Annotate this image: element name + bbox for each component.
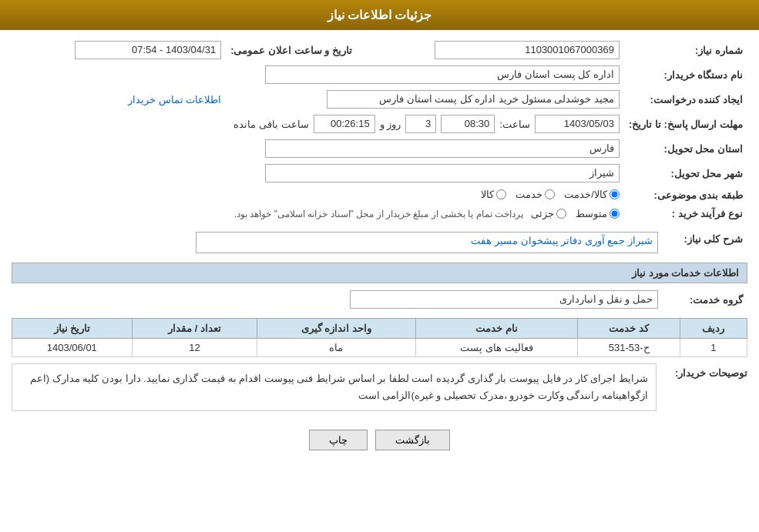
city-label: شهر محل تحویل:: [624, 161, 747, 186]
need-number-value: 1103001067000369: [435, 41, 620, 59]
service-group-table: گروه خدمت: حمل و نقل و انبارداری: [12, 287, 747, 312]
creator-cell: مجید خوشدلی مسئول خرید اداره کل پست استا…: [226, 87, 624, 112]
services-data-table: ردیف کد خدمت نام خدمت واحد اندازه گیری ت…: [12, 318, 747, 357]
category-kala-khadamat[interactable]: کالا/خدمت: [564, 189, 620, 200]
cell-service-code: ح-53-531: [578, 339, 680, 357]
cell-need-date: 1403/06/01: [12, 339, 133, 357]
contact-link-cell[interactable]: اطلاعات تماس خریدار: [12, 87, 226, 112]
category-kala-label: کالا: [481, 189, 494, 200]
need-number-cell: 1103001067000369: [357, 38, 624, 62]
purchase-type-radio-group: متوسط جزئی: [531, 208, 620, 219]
need-desc-label: شرح کلی نیاز:: [663, 229, 747, 256]
purchase-type-note: پرداخت تمام یا بخشی از مبلغ خریدار از مح…: [234, 209, 523, 219]
city-cell: شیراز: [12, 161, 624, 186]
category-cell: کالا/خدمت خدمت کالا: [12, 186, 624, 205]
deadline-label: مهلت ارسال پاسخ: تا تاریخ:: [624, 112, 747, 136]
contact-link[interactable]: اطلاعات تماس خریدار: [128, 94, 221, 105]
service-group-cell: حمل و نقل و انبارداری: [12, 287, 663, 312]
col-header-quantity: تعداد / مقدار: [132, 319, 257, 339]
buyer-org-cell: اداره کل پست استان فارس: [12, 62, 624, 87]
back-button[interactable]: بازگشت: [375, 430, 450, 450]
purchase-jozei-label: جزئی: [531, 208, 554, 219]
category-khadamat-label: خدمت: [516, 189, 542, 200]
need-description-table: شرح کلی نیاز: شیراز جمع آوری دفاتر پیشخو…: [12, 229, 747, 256]
remaining-time-value: 00:26:15: [314, 115, 375, 133]
service-group-label: گروه خدمت:: [663, 287, 747, 312]
button-row: بازگشت چاپ: [12, 420, 747, 457]
deadline-date-value: 1403/05/03: [535, 115, 620, 133]
table-row: 1 ح-53-531 فعالیت های پست ماه 12 1403/06…: [12, 339, 747, 357]
main-form-table: شماره نیاز: 1103001067000369 تاریخ و ساع…: [12, 38, 747, 223]
cell-unit: ماه: [257, 339, 415, 357]
announcement-cell: 1403/04/31 - 07:54: [12, 38, 226, 62]
need-number-label: شماره نیاز:: [624, 38, 747, 62]
city-value: شیراز: [265, 164, 620, 182]
cell-service-name: فعالیت های پست: [415, 339, 578, 357]
announcement-value: 1403/04/31 - 07:54: [75, 41, 221, 59]
col-header-need-date: تاریخ نیاز: [12, 319, 133, 339]
print-button[interactable]: چاپ: [309, 430, 368, 450]
page-header: جزئیات اطلاعات نیاز: [0, 0, 759, 30]
page-title: جزئیات اطلاعات نیاز: [327, 8, 432, 22]
col-header-row: ردیف: [680, 319, 747, 339]
deadline-time-label: ساعت:: [499, 119, 530, 130]
purchase-motavasset-radio[interactable]: [610, 209, 620, 219]
cell-quantity: 12: [132, 339, 257, 357]
need-desc-value: شیراز جمع آوری دفاتر پیشخوان مسیر هفت: [196, 232, 658, 253]
creator-value: مجید خوشدلی مسئول خرید اداره کل پست استا…: [327, 90, 620, 109]
deadline-time-value: 08:30: [441, 115, 495, 133]
category-label: طبقه بندی موضوعی:: [624, 186, 747, 205]
col-header-service-name: نام خدمت: [415, 319, 578, 339]
category-kala[interactable]: کالا: [481, 189, 506, 200]
col-header-unit: واحد اندازه گیری: [257, 319, 415, 339]
service-group-value: حمل و نقل و انبارداری: [350, 290, 658, 309]
creator-label: ایجاد کننده درخواست:: [624, 87, 747, 112]
category-khadamat-radio[interactable]: [545, 189, 555, 199]
category-radio-group: کالا/خدمت خدمت کالا: [481, 189, 620, 200]
province-value: فارس: [265, 139, 620, 158]
need-desc-cell: شیراز جمع آوری دفاتر پیشخوان مسیر هفت: [12, 229, 663, 256]
purchase-type-cell: متوسط جزئی پرداخت تمام یا بخشی از مبلغ خ…: [12, 205, 624, 223]
deadline-days-value: 3: [405, 115, 436, 133]
buyer-notes-label: توصیحات خریدار:: [663, 363, 747, 379]
buyer-org-label: نام دستگاه خریدار:: [624, 62, 747, 87]
deadline-cell: 1403/05/03 ساعت: 08:30 3 روز و 00:26:15 …: [12, 112, 624, 136]
category-kala-radio[interactable]: [496, 189, 506, 199]
announcement-label: تاریخ و ساعت اعلان عمومی:: [226, 38, 357, 62]
col-header-service-code: کد خدمت: [578, 319, 680, 339]
purchase-type-label: نوع فرآیند خرید :: [624, 205, 747, 223]
remaining-time-label: ساعت باقی مانده: [233, 119, 308, 130]
cell-row-num: 1: [680, 339, 747, 357]
category-kala-khadamat-radio[interactable]: [610, 189, 620, 199]
purchase-jozei[interactable]: جزئی: [531, 208, 566, 219]
category-khadamat[interactable]: خدمت: [516, 189, 555, 200]
purchase-motavasset-label: متوسط: [576, 208, 607, 219]
buyer-org-value: اداره کل پست استان فارس: [265, 65, 620, 84]
province-label: استان محل تحویل:: [624, 136, 747, 161]
purchase-motavasset[interactable]: متوسط: [576, 208, 620, 219]
services-section-title: اطلاعات خدمات مورد نیاز: [12, 263, 747, 283]
purchase-jozei-radio[interactable]: [556, 209, 566, 219]
category-kala-khadamat-label: کالا/خدمت: [564, 189, 607, 200]
deadline-days-label: روز و: [380, 119, 401, 130]
buyer-notes-text: شرایط اجرای کار در فایل پیوست بار گذاری …: [12, 363, 657, 411]
province-cell: فارس: [12, 136, 624, 161]
